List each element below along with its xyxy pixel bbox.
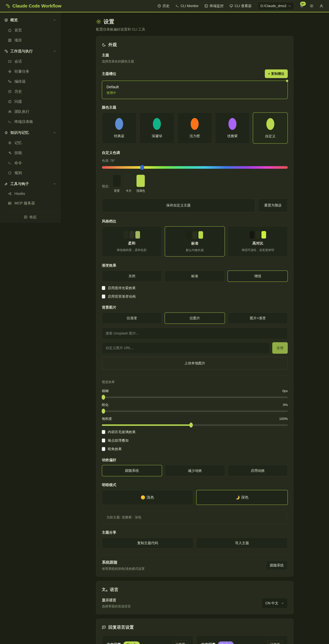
import-theme-button[interactable]: 导入主题 [196,538,288,548]
user-menu-button[interactable] [319,4,323,8]
sidebar-item-team-exec[interactable]: 团队执行 [3,107,58,117]
sidebar-group-label: 知识与记忆 [10,130,29,135]
nav-cli-monitor[interactable]: CLI Monitor [175,4,199,8]
project-selector[interactable]: D:/Claude_dms3 [257,2,294,10]
theme-toggle-button[interactable] [310,4,313,8]
sidebar-item-light-tasks[interactable]: 轻量任务 [3,66,58,76]
copy-slot-button[interactable]: + 复制槽位 [265,70,288,78]
nav-history[interactable]: 历史 [157,4,170,8]
workflow-icon [8,80,12,83]
theme-swatches: 经典蓝 深邃绿 活力橙 优雅紫 [102,112,288,144]
slider-label: 暗化 [102,403,109,407]
gradient-option-standard[interactable]: 标准 [165,270,225,282]
copy-theme-code-button[interactable]: 复制主题代码 [102,538,193,548]
bg-option-image-only[interactable]: 仅图片 [165,312,225,324]
checkbox-unchecked[interactable] [102,447,105,451]
toggle-disabled-button[interactable]: 已禁用 [172,640,188,644]
theme-option-purple[interactable]: 优雅紫 [215,112,250,144]
slider-thumb[interactable] [102,395,105,400]
theme-slot-default[interactable]: Default 使用中 [102,81,288,99]
noise-texture-checkbox[interactable]: 噪点纹理叠加 [102,438,288,443]
frosted-glass-checkbox[interactable]: 内容区毛玻璃效果 [102,430,288,434]
sidebar-collapse-button[interactable]: 收起 [3,211,58,222]
sidebar-item-history[interactable]: 历史 [3,86,58,96]
sidebar-group-label: 工具与钩子 [10,181,29,186]
checkbox-unchecked[interactable] [102,430,105,434]
theme-option-green[interactable]: 深邃绿 [140,112,174,144]
theme-option-custom[interactable]: 自定义 [253,112,288,144]
light-mode-button[interactable]: 浅色 [102,490,193,505]
motion-option-enable[interactable]: 启用动效 [228,465,288,476]
notifications-button[interactable]: 9+ [300,4,304,8]
custom-url-input[interactable] [102,342,270,354]
vignette-checkbox[interactable]: 暗角效果 [102,447,288,451]
gradient-option-enhanced[interactable]: 增强 [227,270,288,282]
sidebar-item-orchestrator[interactable]: 编排器 [3,76,58,86]
main-area: 设置 配置仪表板偏好设置和 CLI 工具 外观 主题 选择您喜欢的颜色主题 主题… [61,12,329,644]
chevron-down-icon [288,4,291,7]
sidebar-item-label: 终端仪表板 [15,119,33,124]
unsplash-search-input[interactable] [102,328,288,339]
dark-mode-button[interactable]: 深色 [196,490,288,505]
bg-option-gradient-only[interactable]: 仅渐变 [102,312,162,324]
users-icon [8,110,12,114]
sidebar-item-mcp-servers[interactable]: MCP 服务器 [3,198,58,208]
checkbox-label: 噪点纹理叠加 [108,438,129,443]
sidebar-group-overview[interactable]: 概览 [3,15,58,25]
theme-option-orange[interactable]: 活力橙 [177,112,212,144]
slider-thumb[interactable] [102,409,105,414]
app-logo: Claude Code Workflow [6,3,62,8]
nav-cli-viewer[interactable]: CLI 查看器 [229,4,251,8]
slider-value: 100% [279,417,288,421]
sidebar-item-skills[interactable]: 技能 [3,148,58,158]
nav-terminal-monitor[interactable]: 终端监控 [204,4,223,8]
hover-glow-checkbox[interactable]: 启用悬停光晕效果 [102,286,288,290]
language-select[interactable]: CN 中文 [262,598,288,608]
sidebar-item-projects[interactable]: 项目 [3,35,58,45]
checkbox-unchecked[interactable] [102,438,105,442]
blur-slider[interactable] [102,396,288,398]
sidebar-item-rules[interactable]: 规则 [3,168,58,178]
system-follow-title: 系统跟随 [102,560,145,565]
sidebar-group-workflow[interactable]: 工作流与执行 [3,46,58,56]
sidebar-item-commands[interactable]: 命令 [3,158,58,168]
theme-option-label: 活力橙 [189,134,200,138]
sidebar-item-home[interactable]: 首页 [3,25,58,35]
sidebar-group-knowledge[interactable]: 知识与记忆 [3,128,58,138]
checkbox-unchecked[interactable] [102,286,105,290]
bg-animation-checkbox[interactable]: 启用背景渐变动画 [102,294,288,299]
app-title: Claude Code Workflow [12,3,62,8]
bg-option-image-gradient[interactable]: 图片+渐变 [228,312,288,324]
sidebar-group-tools[interactable]: 工具与钩子 [3,179,58,189]
sidebar-item-sessions[interactable]: 会话 [3,56,58,66]
theme-option-blue[interactable]: 经典蓝 [102,112,137,144]
saturation-slider[interactable] [102,424,288,426]
sidebar-item-hooks[interactable]: Hooks [3,189,58,198]
upload-local-image-button[interactable]: 上传本地图片 [102,357,288,370]
hue-slider[interactable] [102,166,288,169]
sidebar-collapse-label: 收起 [30,214,37,220]
motion-option-system[interactable]: 跟随系统 [102,465,162,476]
style-option-soft[interactable]: 柔和 降低饱和度，柔和色彩 [102,226,162,256]
follow-system-button[interactable]: 跟随系统 [266,560,288,570]
apply-url-button[interactable]: 应用 [272,342,288,354]
gradient-option-off[interactable]: 关闭 [102,270,162,282]
reset-preset-button[interactable]: 重置为预设 [258,198,288,212]
sidebar-item-memory[interactable]: 记忆 [3,138,58,148]
darken-slider[interactable] [102,410,288,412]
style-option-name: 标准 [191,241,198,246]
style-option-standard[interactable]: 标准 默认均衡外观 [165,226,225,256]
theme-option-label: 深邃绿 [152,134,162,138]
slider-thumb[interactable] [189,422,193,428]
save-custom-theme-button[interactable]: 保存自定义主题 [102,198,255,212]
motion-option-reduce[interactable]: 减少动效 [165,465,225,476]
sidebar-item-issues[interactable]: 问题 [3,96,58,107]
moon-emoji-icon [235,495,239,500]
hue-slider-thumb[interactable] [140,165,144,170]
preview-chip-card [124,175,133,187]
terminal-icon [175,4,179,8]
toggle-disabled-button[interactable]: 已禁用 [267,640,283,644]
style-option-high-contrast[interactable]: 高对比 增强可读性，色彩更鲜明 [228,226,288,256]
sidebar-item-terminal-dashboard[interactable]: 终端仪表板 [3,117,58,127]
checkbox-unchecked[interactable] [102,294,105,298]
